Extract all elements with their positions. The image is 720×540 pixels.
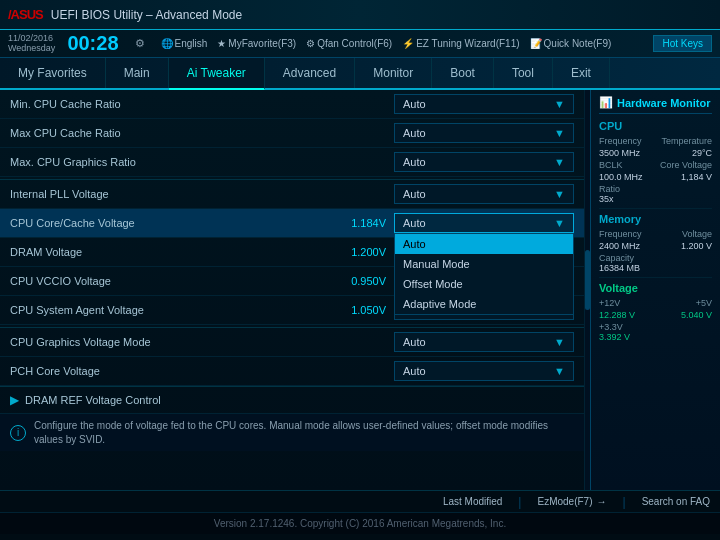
pch-core-voltage-dropdown[interactable]: Auto ▼ [394,361,574,381]
chevron-down-icon: ▼ [554,156,565,168]
chevron-down-icon: ▼ [554,127,565,139]
dropdown-item-manual[interactable]: Manual Mode [395,254,573,274]
cpu-core-cache-btn[interactable]: Auto ▼ [394,213,574,233]
tab-ai-tweaker[interactable]: Ai Tweaker [169,58,265,90]
cpu-graphics-voltage-dropdown[interactable]: Auto ▼ [394,332,574,352]
tab-advanced[interactable]: Advanced [265,58,355,88]
note-icon: 📝 [530,38,542,49]
cpu-bclk-label: BCLK [599,160,623,170]
cpu-system-agent-num: 1.050V [326,304,386,316]
language-icon: 🌐 [161,38,173,49]
mem-freq-value-row: 2400 MHz 1.200 V [599,241,712,251]
info-text: Configure the mode of voltage fed to the… [34,419,574,447]
max-cpu-graphics-row: Max. CPU Graphics Ratio Auto ▼ [0,148,584,177]
cpu-vccio-label: CPU VCCIO Voltage [10,275,326,287]
lightning-icon: ⚡ [402,38,414,49]
asus-logo: /ASUS [8,7,43,22]
cpu-core-cache-value: Auto [403,217,426,229]
tab-main[interactable]: Main [106,58,169,88]
search-faq-link[interactable]: Search on FAQ [642,496,710,507]
v12-label: +12V [599,298,620,308]
ez-mode-icon: → [597,496,607,507]
main-layout: Min. CPU Cache Ratio Auto ▼ Max CPU Cach… [0,90,720,490]
scroll-thumb[interactable] [585,250,590,310]
voltage-section-title: Voltage [599,282,712,294]
qfan-link[interactable]: ⚙ Qfan Control(F6) [306,38,392,49]
info-icon: i [10,425,26,441]
chevron-down-icon: ▼ [554,365,565,377]
hw-monitor-panel: 📊 Hardware Monitor CPU Frequency Tempera… [590,90,720,490]
hot-keys-button[interactable]: Hot Keys [653,35,712,52]
chevron-down-icon: ▼ [554,217,565,229]
ez-tuning-link[interactable]: ⚡ EZ Tuning Wizard(F11) [402,38,519,49]
dram-ref-row[interactable]: ▶ DRAM REF Voltage Control [0,386,584,413]
mem-v-label: Voltage [682,229,712,239]
hw-monitor-title: 📊 Hardware Monitor [599,96,712,114]
header-bar: /ASUS UEFI BIOS Utility – Advanced Mode [0,0,720,30]
max-cpu-cache-dropdown[interactable]: Auto ▼ [394,123,574,143]
cpu-core-cache-menu[interactable]: Auto Manual Mode Offset Mode Adaptive Mo… [394,233,574,315]
v12-row: +12V +5V [599,298,712,308]
mem-capacity-value: 16384 MB [599,263,712,273]
tab-monitor[interactable]: Monitor [355,58,432,88]
max-cpu-graphics-btn[interactable]: Auto ▼ [394,152,574,172]
internal-pll-btn[interactable]: Auto ▼ [394,184,574,204]
cpu-core-cache-num: 1.184V [326,217,386,229]
expand-icon: ▶ [10,393,19,407]
cpu-core-v-label: Core Voltage [660,160,712,170]
star-icon: ★ [217,38,226,49]
cpu-freq-value-row: 3500 MHz 29°C [599,148,712,158]
settings-list: Min. CPU Cache Ratio Auto ▼ Max CPU Cach… [0,90,584,386]
max-cpu-graphics-dropdown[interactable]: Auto ▼ [394,152,574,172]
cpu-core-cache-dropdown[interactable]: Auto ▼ Auto Manual Mode Offset Mode Adap… [394,213,574,233]
v12-value: 12.288 V [599,310,635,320]
info-bar: i Configure the mode of voltage fed to t… [0,413,584,451]
max-cpu-cache-btn[interactable]: Auto ▼ [394,123,574,143]
cpu-ratio-label: Ratio [599,184,712,194]
tab-exit[interactable]: Exit [553,58,610,88]
header-title: UEFI BIOS Utility – Advanced Mode [51,8,242,22]
cpu-system-agent-label: CPU System Agent Voltage [10,304,326,316]
language-link[interactable]: 🌐 English [161,38,208,49]
mem-freq-label: Frequency [599,229,642,239]
clock-display: 00:28 [67,32,118,55]
mem-freq-row: Frequency Voltage [599,229,712,239]
cpu-temp-value: 29°C [692,148,712,158]
dram-voltage-label: DRAM Voltage [10,246,326,258]
internal-pll-label: Internal PLL Voltage [10,188,394,200]
favorite-link[interactable]: ★ MyFavorite(F3) [217,38,296,49]
cpu-graphics-voltage-btn[interactable]: Auto ▼ [394,332,574,352]
dram-ref-label: DRAM REF Voltage Control [25,394,161,406]
min-cpu-cache-row: Min. CPU Cache Ratio Auto ▼ [0,90,584,119]
date-display: 11/02/2016 Wednesday [8,34,55,54]
tab-boot[interactable]: Boot [432,58,494,88]
fan-icon: ⚙ [306,38,315,49]
min-cpu-cache-dropdown[interactable]: Auto ▼ [394,94,574,114]
cpu-vccio-num: 0.950V [326,275,386,287]
quick-note-link[interactable]: 📝 Quick Note(F9) [530,38,612,49]
ez-mode-link[interactable]: EzMode(F7) → [537,496,606,507]
cpu-freq-label: Frequency [599,136,642,146]
max-cpu-cache-label: Max CPU Cache Ratio [10,127,394,139]
pch-core-voltage-row: PCH Core Voltage Auto ▼ [0,357,584,386]
dropdown-item-auto[interactable]: Auto [395,234,573,254]
settings-icon[interactable]: ⚙ [135,37,145,50]
mem-freq-value: 2400 MHz [599,241,640,251]
tab-my-favorites[interactable]: My Favorites [0,58,106,88]
chevron-down-icon: ▼ [554,336,565,348]
internal-pll-dropdown[interactable]: Auto ▼ [394,184,574,204]
memory-section-title: Memory [599,213,712,225]
chevron-down-icon: ▼ [554,98,565,110]
dropdown-item-offset[interactable]: Offset Mode [395,274,573,294]
cpu-graphics-voltage-row: CPU Graphics Voltage Mode Auto ▼ [0,327,584,357]
footer-bar: Version 2.17.1246. Copyright (C) 2016 Am… [0,512,720,534]
last-modified-link[interactable]: Last Modified [443,496,502,507]
dropdown-item-adaptive[interactable]: Adaptive Mode [395,294,573,314]
cpu-freq-row: Frequency Temperature [599,136,712,146]
scrollbar[interactable] [584,90,590,490]
cpu-ratio-value: 35x [599,194,712,204]
min-cpu-cache-btn[interactable]: Auto ▼ [394,94,574,114]
chevron-down-icon: ▼ [554,188,565,200]
tab-tool[interactable]: Tool [494,58,553,88]
pch-core-voltage-btn[interactable]: Auto ▼ [394,361,574,381]
